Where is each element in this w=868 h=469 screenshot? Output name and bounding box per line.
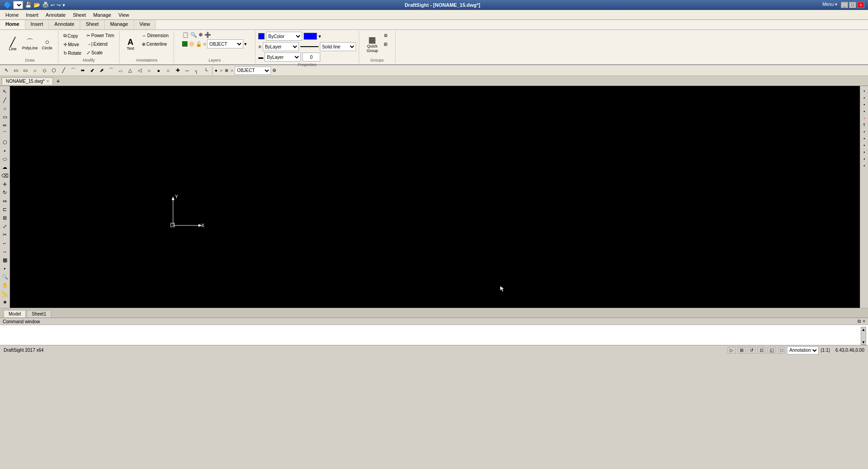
- tool-dash[interactable]: ─: [183, 67, 192, 75]
- quick-access-redo[interactable]: ↪: [57, 2, 61, 8]
- tool-cross[interactable]: ✚: [173, 67, 182, 75]
- lineweight-num-input[interactable]: [302, 53, 320, 62]
- left-tool-fillet[interactable]: ⌐: [1, 239, 9, 247]
- left-tool-erase[interactable]: ⌫: [1, 172, 9, 180]
- move-button[interactable]: ✛ Move: [61, 41, 83, 48]
- right-tool-6[interactable]: T: [861, 122, 868, 128]
- left-tool-mirror[interactable]: ⇔: [1, 197, 9, 206]
- color-select[interactable]: ByColor: [266, 32, 302, 41]
- tool-rect[interactable]: ▭: [11, 67, 20, 75]
- tool-circle2[interactable]: ○: [30, 67, 39, 75]
- tab-add-button[interactable]: +: [54, 77, 62, 85]
- left-tool-array[interactable]: ⊞: [1, 214, 9, 222]
- left-tool-circle[interactable]: ○: [1, 105, 9, 113]
- left-tool-zoom[interactable]: 🔍: [1, 273, 9, 281]
- menu-home[interactable]: Home: [2, 11, 22, 19]
- cmd-scroll-down[interactable]: ▼: [861, 340, 866, 345]
- right-tool-12[interactable]: ▪: [861, 163, 868, 169]
- left-tool-ellipse[interactable]: ⬭: [1, 155, 9, 163]
- tool-corner2[interactable]: └: [202, 67, 211, 75]
- canvas-area[interactable]: Y X: [10, 86, 860, 308]
- quick-access-print[interactable]: 🖨️: [42, 2, 49, 8]
- tool-select[interactable]: ↖: [2, 67, 11, 75]
- command-float-button[interactable]: ⧉: [858, 319, 861, 324]
- tool-dot[interactable]: ○: [145, 67, 154, 75]
- left-tool-measure[interactable]: 📐: [1, 290, 9, 298]
- status-ortho-button[interactable]: ⊡: [757, 347, 766, 354]
- layer-dropdown-arrow[interactable]: ▾: [244, 41, 247, 47]
- tool-hatch[interactable]: ⌓: [116, 67, 125, 75]
- quick-access-undo[interactable]: ↩: [51, 2, 55, 8]
- tab-sheet[interactable]: Sheet: [80, 20, 105, 29]
- right-tool-8[interactable]: ▪: [861, 135, 868, 142]
- left-tool-poly[interactable]: ⬡: [1, 138, 9, 146]
- linewidth-select[interactable]: ByLayer: [265, 53, 301, 62]
- snap-icon2[interactable]: ○: [219, 67, 223, 74]
- toolbar-dropdown[interactable]: Drafting and Annotation: [13, 1, 23, 9]
- left-tool-trim[interactable]: ✂: [1, 231, 9, 239]
- group-extra-button[interactable]: ⊞: [381, 40, 390, 48]
- right-tool-3[interactable]: ▪: [861, 101, 868, 108]
- restore-button[interactable]: □: [849, 2, 856, 8]
- tab-insert[interactable]: Insert: [25, 20, 49, 29]
- cmd-scrollbar-track[interactable]: ▲ ▼: [861, 327, 866, 345]
- group-settings-button[interactable]: ⚙: [381, 32, 390, 39]
- status-snap-button[interactable]: ↺: [747, 347, 756, 354]
- doc-tab[interactable]: NONAME_15.dwg* ×: [2, 77, 53, 85]
- command-close-button[interactable]: ×: [863, 319, 865, 324]
- quick-group-button[interactable]: ▦ Quick Group: [364, 32, 381, 57]
- left-tool-pan[interactable]: ✋: [1, 281, 9, 289]
- left-tool-pencil[interactable]: ✏: [1, 121, 9, 129]
- tool-arrow1[interactable]: ⬋: [87, 67, 96, 75]
- polyline-button[interactable]: ⌒ PolyLine: [22, 32, 38, 57]
- annotation-scale-select[interactable]: Annotation: [787, 346, 819, 354]
- menu-insert[interactable]: Insert: [22, 11, 42, 19]
- tool-line2[interactable]: ╱: [59, 67, 68, 75]
- powertrim-button[interactable]: ✂ Power Trim: [84, 32, 116, 39]
- left-tool-point[interactable]: •: [1, 147, 9, 155]
- menu-view[interactable]: View: [115, 11, 133, 19]
- left-tool-scale[interactable]: ⤢: [1, 222, 9, 230]
- tool-dim[interactable]: ⬌: [78, 67, 87, 75]
- status-otrack-button[interactable]: □: [778, 347, 785, 354]
- linetype-select[interactable]: ByLayer: [263, 42, 299, 51]
- status-polar-button[interactable]: ◱: [767, 347, 776, 354]
- left-tool-cloud[interactable]: ☁: [1, 163, 9, 172]
- right-tool-5[interactable]: ▪: [861, 115, 868, 121]
- tool-spline[interactable]: ⌒: [106, 67, 116, 75]
- tool-diamond[interactable]: ◇: [40, 67, 49, 75]
- tool-arc[interactable]: ⌒: [68, 67, 77, 75]
- quick-access-open[interactable]: 📂: [34, 2, 40, 8]
- left-tool-dim2[interactable]: ↔: [1, 248, 9, 256]
- tab-close-button[interactable]: ×: [47, 79, 49, 84]
- tool-triangle2[interactable]: ◁: [135, 67, 144, 75]
- left-tool-arrow[interactable]: ↖: [1, 88, 9, 96]
- tool-corner1[interactable]: ┐: [192, 67, 201, 75]
- centerline-button[interactable]: ⊕ Centerline: [140, 40, 171, 48]
- left-tool-block[interactable]: ▪: [1, 264, 9, 273]
- snap-icon4[interactable]: ○: [230, 67, 234, 74]
- left-tool-arc2[interactable]: ⌒: [1, 130, 9, 138]
- lineweight-select[interactable]: Solid line: [320, 42, 356, 51]
- close-button[interactable]: ×: [857, 2, 864, 8]
- menu-sheet[interactable]: Sheet: [69, 11, 90, 19]
- scale-button[interactable]: ⤢ Scale: [84, 49, 116, 57]
- right-tool-4[interactable]: ▪: [861, 108, 868, 115]
- drawing-tab-sheet1[interactable]: Sheet1: [27, 310, 51, 317]
- tool-dot-fill[interactable]: ●: [154, 67, 163, 75]
- minimize-button[interactable]: _: [841, 2, 848, 8]
- right-tool-10[interactable]: ▪: [861, 149, 868, 155]
- tab-annotate[interactable]: Annotate: [49, 20, 80, 29]
- extend-button[interactable]: →| Extend: [84, 40, 116, 48]
- status-play-button[interactable]: ▷: [728, 347, 736, 354]
- text-button[interactable]: A Text: [122, 32, 139, 57]
- dimension-button[interactable]: ↔ Dimension: [140, 32, 171, 39]
- left-tool-hatch2[interactable]: ▩: [1, 256, 9, 264]
- tab-home[interactable]: Home: [0, 20, 25, 29]
- tab-manage[interactable]: Manage: [105, 20, 134, 29]
- right-tool-11[interactable]: ▪: [861, 156, 868, 162]
- drawing-tab-model[interactable]: Model: [4, 310, 26, 317]
- tool-triangle[interactable]: △: [125, 67, 135, 75]
- cmd-scroll-up[interactable]: ▲: [861, 327, 866, 332]
- status-grid-button[interactable]: ⊞: [738, 347, 746, 354]
